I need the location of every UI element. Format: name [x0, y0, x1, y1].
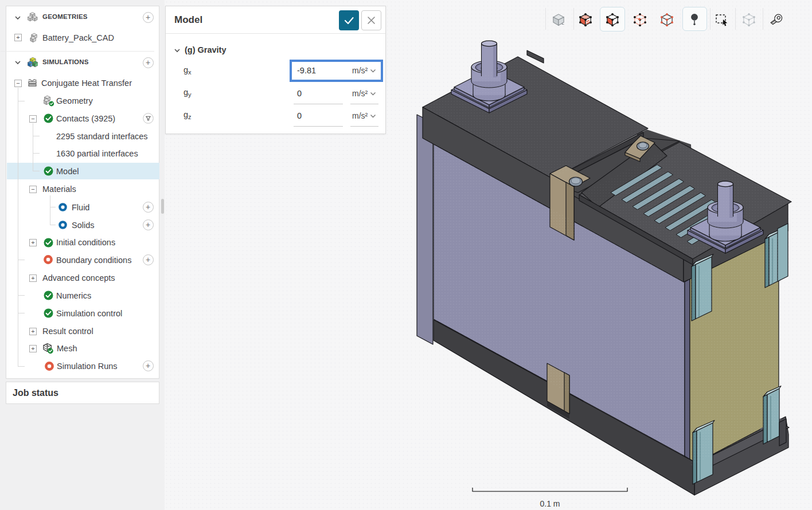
svg-text:0.1 m: 0.1 m [540, 499, 560, 508]
